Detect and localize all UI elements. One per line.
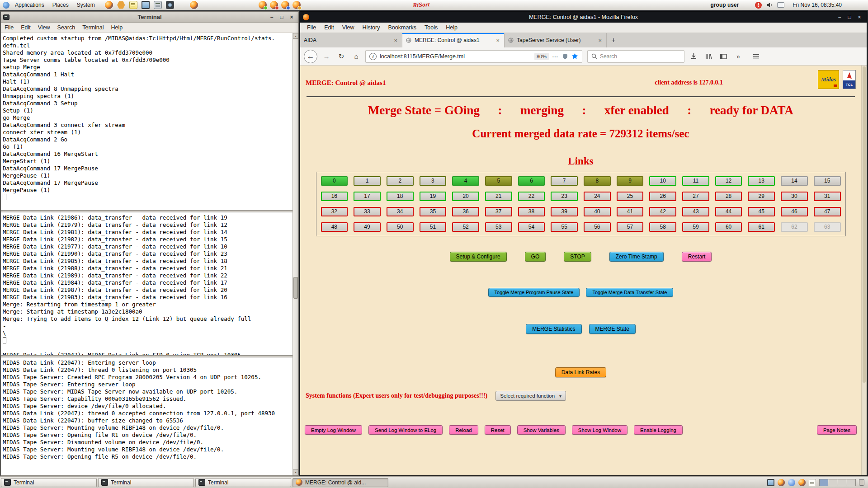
button-merge-statistics[interactable]: MERGE Statistics <box>526 324 581 334</box>
link-cell-15[interactable]: 15 <box>814 176 841 186</box>
url-bar[interactable]: i localhost:8115/MERGE/Merge.tml 80% ⋯ <box>365 50 582 63</box>
button-setup-configure[interactable]: Setup & Configure <box>450 252 507 262</box>
button-go[interactable]: GO <box>525 252 546 262</box>
launcher-firefox-icon[interactable] <box>105 1 113 9</box>
new-tab-button[interactable]: + <box>607 33 620 47</box>
link-cell-49[interactable]: 49 <box>354 222 381 232</box>
button-empty-log-window[interactable]: Empty Log Window <box>305 425 362 435</box>
terminal-pane-3[interactable]: MIDAS Data Link (22047): Entering server… <box>1 357 292 475</box>
minimize-button[interactable]: − <box>835 13 844 21</box>
button-reset[interactable]: Reset <box>485 425 511 435</box>
workspace-switcher[interactable] <box>819 479 856 486</box>
sidebar-icon[interactable] <box>717 51 729 62</box>
button-zero-time-stamp[interactable]: Zero Time Stamp <box>609 252 664 262</box>
terminal-scrollbar[interactable]: ▴ ▾ <box>292 33 298 475</box>
link-cell-5[interactable]: 5 <box>485 176 512 186</box>
network-globe-icon[interactable] <box>788 479 795 486</box>
link-cell-47[interactable]: 47 <box>814 207 841 216</box>
button-merge-state[interactable]: MERGE State <box>589 324 636 334</box>
link-cell-52[interactable]: 52 <box>452 222 479 232</box>
link-cell-45[interactable]: 45 <box>748 207 775 216</box>
link-cell-7[interactable]: 7 <box>551 176 578 186</box>
terminal-menu-edit[interactable]: Edit <box>17 23 34 32</box>
system-function-select[interactable]: Select required function ▾ <box>495 391 566 401</box>
link-cell-44[interactable]: 44 <box>715 207 742 216</box>
link-cell-62[interactable]: 62 <box>781 222 808 232</box>
update-notifier-icon[interactable]: ! <box>755 2 762 9</box>
firefox-menu-help[interactable]: Help <box>442 23 462 32</box>
link-cell-22[interactable]: 22 <box>518 192 545 201</box>
button-send-log-window-to-elog[interactable]: Send Log Window to ELog <box>368 425 443 435</box>
link-cell-37[interactable]: 37 <box>485 207 512 216</box>
maximize-button[interactable]: □ <box>845 13 854 21</box>
button-stop[interactable]: STOP <box>564 252 591 262</box>
distro-logo-icon[interactable] <box>3 2 9 9</box>
tab-close-icon[interactable]: × <box>393 37 398 44</box>
link-cell-59[interactable]: 59 <box>682 222 709 232</box>
launcher-firefox-icon[interactable] <box>259 1 267 9</box>
link-cell-23[interactable]: 23 <box>551 192 578 201</box>
link-cell-58[interactable]: 58 <box>649 222 676 232</box>
input-method-icon[interactable] <box>777 2 784 8</box>
page-actions-icon[interactable]: ⋯ <box>552 53 559 60</box>
link-cell-39[interactable]: 39 <box>551 207 578 216</box>
close-button[interactable]: × <box>287 13 296 21</box>
zoom-level[interactable]: 80% <box>534 53 549 60</box>
firefox-menu-history[interactable]: History <box>359 23 384 32</box>
tab-close-icon[interactable]: × <box>495 37 500 44</box>
link-cell-0[interactable]: 0 <box>321 176 348 186</box>
button-reload[interactable]: Reload <box>449 425 478 435</box>
firefox-tray-icon[interactable] <box>778 479 785 486</box>
link-cell-54[interactable]: 54 <box>518 222 545 232</box>
taskbar-window[interactable]: Terminal <box>195 478 291 487</box>
link-cell-3[interactable]: 3 <box>420 176 447 186</box>
link-cell-31[interactable]: 31 <box>814 192 841 201</box>
link-cell-2[interactable]: 2 <box>387 176 414 186</box>
terminal-body[interactable]: Completed custom startup from /MIDAS@aid… <box>1 33 298 475</box>
link-cell-16[interactable]: 16 <box>321 192 348 201</box>
link-cell-36[interactable]: 36 <box>452 207 479 216</box>
launcher-notes-icon[interactable] <box>129 1 137 9</box>
terminal-menu-search[interactable]: Search <box>54 23 79 32</box>
bookmark-star-icon[interactable] <box>571 53 578 60</box>
link-cell-46[interactable]: 46 <box>781 207 808 216</box>
launcher-camera-icon[interactable] <box>166 1 174 9</box>
link-cell-4[interactable]: 4 <box>452 176 479 186</box>
panel-menu-applications[interactable]: Applications <box>11 0 48 9</box>
data-link-rates-button[interactable]: Data Link Rates <box>555 367 606 377</box>
search-bar[interactable] <box>587 50 684 63</box>
link-cell-11[interactable]: 11 <box>682 176 709 186</box>
firefox-menu-file[interactable]: File <box>303 23 320 32</box>
firefox-menu-edit[interactable]: Edit <box>320 23 338 32</box>
link-cell-18[interactable]: 18 <box>387 192 414 201</box>
site-info-icon[interactable]: i <box>369 53 377 60</box>
minimize-button[interactable]: − <box>267 13 276 21</box>
back-button[interactable]: ← <box>304 50 317 63</box>
launcher-firefox-icon[interactable] <box>281 1 289 9</box>
forward-button[interactable]: → <box>321 51 332 62</box>
link-cell-9[interactable]: 9 <box>617 176 644 186</box>
reload-button[interactable]: ↻ <box>335 51 347 62</box>
terminal-menu-view[interactable]: View <box>34 23 54 32</box>
trash-icon[interactable] <box>859 479 864 486</box>
link-cell-8[interactable]: 8 <box>584 176 611 186</box>
library-icon[interactable] <box>703 51 714 62</box>
menu-hamburger-icon[interactable] <box>750 51 762 62</box>
maximize-button[interactable]: □ <box>277 13 286 21</box>
link-cell-63[interactable]: 63 <box>814 222 841 232</box>
link-cell-24[interactable]: 24 <box>584 192 611 201</box>
link-cell-34[interactable]: 34 <box>387 207 414 216</box>
link-cell-13[interactable]: 13 <box>748 176 775 186</box>
volume-icon[interactable] <box>766 2 773 8</box>
link-cell-27[interactable]: 27 <box>682 192 709 201</box>
clock[interactable]: Fri Nov 16, 08:35:40 <box>793 2 842 8</box>
tcl-powered-logo[interactable]: TCL <box>843 70 856 89</box>
link-cell-38[interactable]: 38 <box>518 207 545 216</box>
pocket-icon[interactable] <box>562 53 568 60</box>
link-cell-40[interactable]: 40 <box>584 207 611 216</box>
terminal-menu-file[interactable]: File <box>1 23 17 32</box>
page-notes-button[interactable]: Page Notes <box>817 425 857 435</box>
panel-menu-places[interactable]: Places <box>49 0 72 9</box>
link-cell-51[interactable]: 51 <box>420 222 447 232</box>
taskbar-window[interactable]: Terminal <box>98 478 194 487</box>
